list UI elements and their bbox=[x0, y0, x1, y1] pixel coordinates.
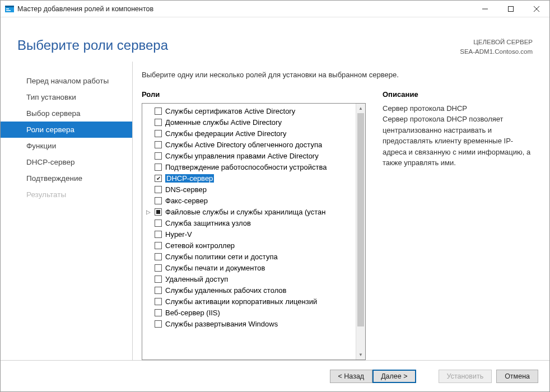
role-checkbox[interactable] bbox=[155, 152, 162, 160]
role-label: Служба защитника узлов bbox=[165, 219, 251, 227]
role-label: Доменные службы Active Directory bbox=[165, 118, 282, 127]
role-item[interactable]: Службы активации корпоративных лицензий bbox=[142, 296, 356, 307]
role-item[interactable]: Веб-сервер (IIS) bbox=[142, 307, 356, 319]
role-label: DNS-сервер bbox=[165, 185, 207, 194]
cancel-button[interactable]: Отмена bbox=[496, 370, 538, 383]
role-label: Службы управления правами Active Directo… bbox=[165, 152, 319, 160]
role-checkbox[interactable] bbox=[155, 276, 162, 283]
target-server-info: ЦЕЛЕВОЙ СЕРВЕР SEA-ADM1.Contoso.com bbox=[460, 38, 533, 57]
role-checkbox[interactable] bbox=[155, 175, 162, 182]
role-item[interactable]: DHCP-сервер bbox=[142, 173, 356, 184]
role-item[interactable]: Службы развертывания Windows bbox=[142, 319, 356, 330]
target-server-value: SEA-ADM1.Contoso.com bbox=[460, 47, 533, 57]
role-checkbox[interactable] bbox=[155, 253, 162, 260]
role-item[interactable]: Службы федерации Active Directory bbox=[142, 128, 356, 139]
wizard-step: Результаты bbox=[1, 186, 132, 203]
expand-icon[interactable]: ▷ bbox=[145, 209, 152, 215]
role-label: Службы печати и документов bbox=[165, 264, 265, 272]
wizard-step[interactable]: Функции bbox=[1, 138, 132, 154]
role-checkbox[interactable] bbox=[155, 208, 162, 216]
body: Перед началом работыТип установкиВыбор с… bbox=[1, 62, 549, 361]
target-server-label: ЦЕЛЕВОЙ СЕРВЕР bbox=[460, 38, 533, 47]
role-checkbox[interactable] bbox=[155, 197, 162, 204]
role-item[interactable]: Службы политики сети и доступа bbox=[142, 251, 356, 263]
install-button[interactable]: Установить bbox=[439, 370, 492, 383]
role-item[interactable]: ▷Файловые службы и службы хранилища (уст… bbox=[142, 207, 356, 218]
wizard-sidebar: Перед началом работыТип установкиВыбор с… bbox=[1, 62, 132, 361]
scroll-thumb[interactable] bbox=[357, 113, 364, 326]
window-controls bbox=[472, 1, 549, 17]
role-checkbox[interactable] bbox=[155, 164, 162, 171]
role-label: Веб-сервер (IIS) bbox=[165, 309, 220, 317]
scroll-track[interactable] bbox=[356, 113, 365, 351]
wizard-step[interactable]: Роли сервера bbox=[1, 122, 132, 138]
titlebar: Мастер добавления ролей и компонентов bbox=[1, 1, 549, 17]
window-title: Мастер добавления ролей и компонентов bbox=[17, 5, 153, 13]
role-item[interactable]: Службы сертификатов Active Directory bbox=[142, 106, 356, 117]
roles-panel: Роли Службы сертификатов Active Director… bbox=[142, 90, 366, 361]
wizard-step[interactable]: Тип установки bbox=[1, 89, 132, 105]
role-item[interactable]: Подтверждение работоспособности устройст… bbox=[142, 162, 356, 173]
role-item[interactable]: DNS-сервер bbox=[142, 184, 356, 195]
role-label: Службы удаленных рабочих столов bbox=[165, 286, 287, 295]
role-label: DHCP-сервер bbox=[165, 174, 214, 183]
role-item[interactable]: Служба защитника узлов bbox=[142, 218, 356, 229]
role-label: Факс-сервер bbox=[165, 197, 208, 205]
role-label: Удаленный доступ bbox=[165, 275, 228, 283]
roles-listbox[interactable]: Службы сертификатов Active DirectoryДоме… bbox=[142, 103, 366, 361]
role-checkbox[interactable] bbox=[155, 320, 162, 328]
back-button[interactable]: < Назад bbox=[330, 370, 373, 383]
role-checkbox[interactable] bbox=[155, 108, 162, 115]
role-checkbox[interactable] bbox=[155, 141, 162, 148]
roles-scrollbar[interactable]: ▲ ▼ bbox=[356, 104, 365, 360]
page-title: Выберите роли сервера bbox=[17, 38, 168, 53]
description-text: Сервер протокола DHCPСервер протокола DH… bbox=[383, 103, 534, 169]
role-checkbox[interactable] bbox=[155, 186, 162, 193]
page-header: Выберите роли сервера ЦЕЛЕВОЙ СЕРВЕР SEA… bbox=[1, 17, 549, 62]
role-checkbox[interactable] bbox=[155, 287, 162, 294]
panels: Роли Службы сертификатов Active Director… bbox=[142, 90, 534, 361]
scroll-up-button[interactable]: ▲ bbox=[356, 104, 365, 113]
svg-rect-3 bbox=[6, 10, 11, 11]
wizard-footer: < Назад Далее > Установить Отмена bbox=[1, 360, 549, 391]
role-item[interactable]: Службы печати и документов bbox=[142, 263, 356, 274]
maximize-button[interactable] bbox=[498, 1, 524, 17]
description-panel: Описание Сервер протокола DHCPСервер про… bbox=[383, 90, 534, 361]
next-button[interactable]: Далее > bbox=[372, 370, 416, 383]
role-checkbox[interactable] bbox=[155, 119, 162, 126]
role-label: Сетевой контроллер bbox=[165, 241, 235, 250]
role-label: Службы федерации Active Directory bbox=[165, 129, 286, 138]
role-item[interactable]: Hyper-V bbox=[142, 229, 356, 240]
role-item[interactable]: Факс-сервер bbox=[142, 195, 356, 207]
svg-rect-1 bbox=[5, 6, 14, 7]
role-checkbox[interactable] bbox=[155, 298, 162, 305]
role-checkbox[interactable] bbox=[155, 220, 162, 227]
role-item[interactable]: Сетевой контроллер bbox=[142, 240, 356, 251]
nav-button-group: < Назад Далее > bbox=[330, 370, 416, 383]
role-item[interactable]: Службы Active Directory облегченного дос… bbox=[142, 139, 356, 151]
role-checkbox[interactable] bbox=[155, 231, 162, 238]
scroll-down-button[interactable]: ▼ bbox=[356, 350, 365, 360]
role-checkbox[interactable] bbox=[155, 242, 162, 249]
content-intro: Выберите одну или несколько ролей для ус… bbox=[142, 71, 534, 79]
minimize-button[interactable] bbox=[472, 1, 498, 17]
role-item[interactable]: Удаленный доступ bbox=[142, 274, 356, 285]
svg-rect-2 bbox=[6, 8, 9, 10]
role-label: Службы сертификатов Active Directory bbox=[165, 107, 295, 115]
wizard-step[interactable]: DHCP-сервер bbox=[1, 154, 132, 170]
svg-rect-5 bbox=[509, 6, 514, 11]
role-checkbox[interactable] bbox=[155, 264, 162, 272]
role-item[interactable]: Службы управления правами Active Directo… bbox=[142, 151, 356, 162]
role-checkbox[interactable] bbox=[155, 130, 162, 137]
role-item[interactable]: Доменные службы Active Directory bbox=[142, 117, 356, 128]
wizard-step[interactable]: Подтверждение bbox=[1, 170, 132, 186]
role-label: Файловые службы и службы хранилища (уста… bbox=[165, 208, 325, 216]
close-button[interactable] bbox=[524, 1, 549, 17]
wizard-step[interactable]: Выбор сервера bbox=[1, 105, 132, 122]
wizard-step[interactable]: Перед началом работы bbox=[1, 73, 132, 89]
role-checkbox[interactable] bbox=[155, 309, 162, 316]
description-panel-title: Описание bbox=[383, 90, 534, 99]
role-label: Службы Active Directory облегченного дос… bbox=[165, 141, 322, 149]
role-label: Службы активации корпоративных лицензий bbox=[165, 297, 317, 306]
role-item[interactable]: Службы удаленных рабочих столов bbox=[142, 285, 356, 296]
